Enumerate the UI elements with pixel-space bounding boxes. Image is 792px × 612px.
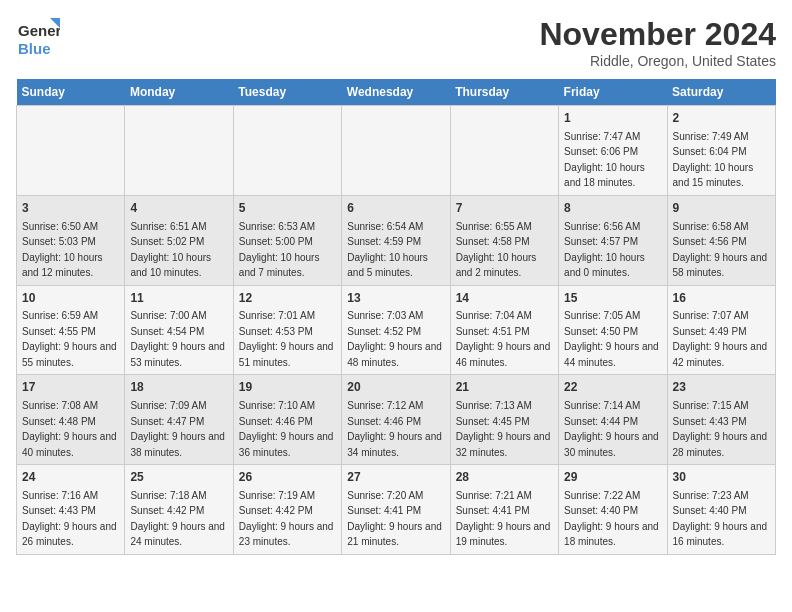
calendar-cell: 15Sunrise: 7:05 AMSunset: 4:50 PMDayligh…: [559, 285, 667, 375]
day-info: Sunrise: 7:15 AMSunset: 4:43 PMDaylight:…: [673, 400, 768, 458]
day-info: Sunrise: 7:04 AMSunset: 4:51 PMDaylight:…: [456, 310, 551, 368]
calendar-cell: 30Sunrise: 7:23 AMSunset: 4:40 PMDayligh…: [667, 465, 775, 555]
calendar-cell: 2Sunrise: 7:49 AMSunset: 6:04 PMDaylight…: [667, 106, 775, 196]
day-number: 12: [239, 290, 336, 307]
day-info: Sunrise: 7:22 AMSunset: 4:40 PMDaylight:…: [564, 490, 659, 548]
day-number: 19: [239, 379, 336, 396]
calendar-cell: 21Sunrise: 7:13 AMSunset: 4:45 PMDayligh…: [450, 375, 558, 465]
day-number: 24: [22, 469, 119, 486]
day-info: Sunrise: 7:12 AMSunset: 4:46 PMDaylight:…: [347, 400, 442, 458]
day-info: Sunrise: 7:23 AMSunset: 4:40 PMDaylight:…: [673, 490, 768, 548]
calendar-cell: 18Sunrise: 7:09 AMSunset: 4:47 PMDayligh…: [125, 375, 233, 465]
day-info: Sunrise: 7:47 AMSunset: 6:06 PMDaylight:…: [564, 131, 645, 189]
day-info: Sunrise: 7:05 AMSunset: 4:50 PMDaylight:…: [564, 310, 659, 368]
calendar-cell: 14Sunrise: 7:04 AMSunset: 4:51 PMDayligh…: [450, 285, 558, 375]
day-info: Sunrise: 7:16 AMSunset: 4:43 PMDaylight:…: [22, 490, 117, 548]
calendar-body: 1Sunrise: 7:47 AMSunset: 6:06 PMDaylight…: [17, 106, 776, 555]
calendar-cell: 20Sunrise: 7:12 AMSunset: 4:46 PMDayligh…: [342, 375, 450, 465]
day-info: Sunrise: 7:13 AMSunset: 4:45 PMDaylight:…: [456, 400, 551, 458]
week-row-1: 1Sunrise: 7:47 AMSunset: 6:06 PMDaylight…: [17, 106, 776, 196]
day-number: 18: [130, 379, 227, 396]
day-number: 16: [673, 290, 770, 307]
week-row-5: 24Sunrise: 7:16 AMSunset: 4:43 PMDayligh…: [17, 465, 776, 555]
calendar-cell: 11Sunrise: 7:00 AMSunset: 4:54 PMDayligh…: [125, 285, 233, 375]
calendar-cell: 27Sunrise: 7:20 AMSunset: 4:41 PMDayligh…: [342, 465, 450, 555]
calendar-cell: 9Sunrise: 6:58 AMSunset: 4:56 PMDaylight…: [667, 195, 775, 285]
calendar-cell: 24Sunrise: 7:16 AMSunset: 4:43 PMDayligh…: [17, 465, 125, 555]
day-info: Sunrise: 7:10 AMSunset: 4:46 PMDaylight:…: [239, 400, 334, 458]
day-info: Sunrise: 7:00 AMSunset: 4:54 PMDaylight:…: [130, 310, 225, 368]
calendar-cell: [450, 106, 558, 196]
day-number: 21: [456, 379, 553, 396]
day-info: Sunrise: 7:07 AMSunset: 4:49 PMDaylight:…: [673, 310, 768, 368]
day-number: 28: [456, 469, 553, 486]
calendar-header: Sunday Monday Tuesday Wednesday Thursday…: [17, 79, 776, 106]
day-info: Sunrise: 7:14 AMSunset: 4:44 PMDaylight:…: [564, 400, 659, 458]
day-info: Sunrise: 7:01 AMSunset: 4:53 PMDaylight:…: [239, 310, 334, 368]
day-number: 15: [564, 290, 661, 307]
day-info: Sunrise: 7:21 AMSunset: 4:41 PMDaylight:…: [456, 490, 551, 548]
svg-text:General: General: [18, 22, 60, 39]
day-number: 9: [673, 200, 770, 217]
calendar-cell: 28Sunrise: 7:21 AMSunset: 4:41 PMDayligh…: [450, 465, 558, 555]
day-number: 3: [22, 200, 119, 217]
calendar-cell: 6Sunrise: 6:54 AMSunset: 4:59 PMDaylight…: [342, 195, 450, 285]
month-title: November 2024: [539, 16, 776, 53]
col-sunday: Sunday: [17, 79, 125, 106]
calendar-cell: [233, 106, 341, 196]
week-row-2: 3Sunrise: 6:50 AMSunset: 5:03 PMDaylight…: [17, 195, 776, 285]
day-number: 1: [564, 110, 661, 127]
day-number: 2: [673, 110, 770, 127]
logo-svg: General Blue: [16, 16, 60, 60]
calendar-table: Sunday Monday Tuesday Wednesday Thursday…: [16, 79, 776, 555]
calendar-cell: 23Sunrise: 7:15 AMSunset: 4:43 PMDayligh…: [667, 375, 775, 465]
calendar-cell: 25Sunrise: 7:18 AMSunset: 4:42 PMDayligh…: [125, 465, 233, 555]
col-monday: Monday: [125, 79, 233, 106]
week-row-3: 10Sunrise: 6:59 AMSunset: 4:55 PMDayligh…: [17, 285, 776, 375]
day-number: 10: [22, 290, 119, 307]
day-info: Sunrise: 6:54 AMSunset: 4:59 PMDaylight:…: [347, 221, 428, 279]
logo: General Blue: [16, 16, 60, 60]
day-number: 14: [456, 290, 553, 307]
page-header: General Blue November 2024 Riddle, Orego…: [16, 16, 776, 69]
day-info: Sunrise: 6:58 AMSunset: 4:56 PMDaylight:…: [673, 221, 768, 279]
day-number: 25: [130, 469, 227, 486]
calendar-cell: 8Sunrise: 6:56 AMSunset: 4:57 PMDaylight…: [559, 195, 667, 285]
calendar-cell: 26Sunrise: 7:19 AMSunset: 4:42 PMDayligh…: [233, 465, 341, 555]
day-number: 4: [130, 200, 227, 217]
day-number: 27: [347, 469, 444, 486]
title-block: November 2024 Riddle, Oregon, United Sta…: [539, 16, 776, 69]
calendar-cell: 29Sunrise: 7:22 AMSunset: 4:40 PMDayligh…: [559, 465, 667, 555]
day-info: Sunrise: 6:59 AMSunset: 4:55 PMDaylight:…: [22, 310, 117, 368]
day-number: 5: [239, 200, 336, 217]
day-info: Sunrise: 6:51 AMSunset: 5:02 PMDaylight:…: [130, 221, 211, 279]
day-info: Sunrise: 6:56 AMSunset: 4:57 PMDaylight:…: [564, 221, 645, 279]
calendar-cell: 13Sunrise: 7:03 AMSunset: 4:52 PMDayligh…: [342, 285, 450, 375]
calendar-cell: 1Sunrise: 7:47 AMSunset: 6:06 PMDaylight…: [559, 106, 667, 196]
calendar-cell: [342, 106, 450, 196]
day-info: Sunrise: 7:09 AMSunset: 4:47 PMDaylight:…: [130, 400, 225, 458]
header-row: Sunday Monday Tuesday Wednesday Thursday…: [17, 79, 776, 106]
calendar-cell: 12Sunrise: 7:01 AMSunset: 4:53 PMDayligh…: [233, 285, 341, 375]
day-number: 20: [347, 379, 444, 396]
day-number: 26: [239, 469, 336, 486]
week-row-4: 17Sunrise: 7:08 AMSunset: 4:48 PMDayligh…: [17, 375, 776, 465]
calendar-cell: 10Sunrise: 6:59 AMSunset: 4:55 PMDayligh…: [17, 285, 125, 375]
day-info: Sunrise: 7:03 AMSunset: 4:52 PMDaylight:…: [347, 310, 442, 368]
day-info: Sunrise: 7:20 AMSunset: 4:41 PMDaylight:…: [347, 490, 442, 548]
day-number: 6: [347, 200, 444, 217]
day-info: Sunrise: 7:49 AMSunset: 6:04 PMDaylight:…: [673, 131, 754, 189]
day-info: Sunrise: 7:08 AMSunset: 4:48 PMDaylight:…: [22, 400, 117, 458]
day-number: 17: [22, 379, 119, 396]
col-wednesday: Wednesday: [342, 79, 450, 106]
calendar-cell: 22Sunrise: 7:14 AMSunset: 4:44 PMDayligh…: [559, 375, 667, 465]
day-number: 29: [564, 469, 661, 486]
calendar-cell: 5Sunrise: 6:53 AMSunset: 5:00 PMDaylight…: [233, 195, 341, 285]
col-tuesday: Tuesday: [233, 79, 341, 106]
day-number: 11: [130, 290, 227, 307]
calendar-cell: 4Sunrise: 6:51 AMSunset: 5:02 PMDaylight…: [125, 195, 233, 285]
col-thursday: Thursday: [450, 79, 558, 106]
day-number: 23: [673, 379, 770, 396]
day-number: 8: [564, 200, 661, 217]
col-friday: Friday: [559, 79, 667, 106]
